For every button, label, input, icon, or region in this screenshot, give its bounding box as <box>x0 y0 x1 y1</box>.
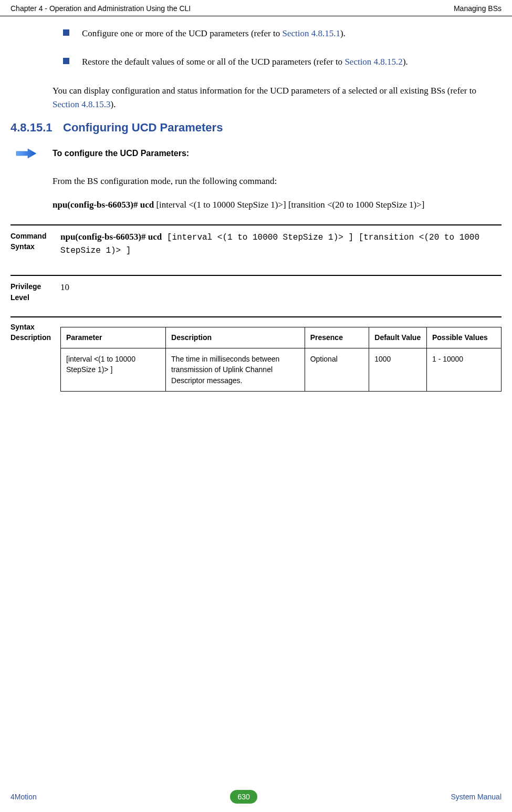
command-syntax-value: npu(config-bs-66053)# ucd [interval <(1 … <box>60 231 501 257</box>
cell-presence: Optional <box>305 348 369 391</box>
section-link[interactable]: Section 4.8.15.2 <box>344 57 403 67</box>
command-line: npu(config-bs-66053)# ucd [interval <(1 … <box>53 198 501 212</box>
bullet-square-icon <box>63 58 69 64</box>
header-left: Chapter 4 - Operation and Administration… <box>11 4 191 13</box>
privilege-block: Privilege Level 10 <box>11 275 501 308</box>
procedure-title: To configure the UCD Parameters: <box>53 149 189 158</box>
table-row: [interval <(1 to 10000 StepSize 1)> ] Th… <box>61 348 501 391</box>
syntax-table-wrapper: Parameter Description Presence Default V… <box>60 322 501 392</box>
footer-right: System Manual <box>451 793 501 801</box>
bullet-item: Restore the default values of some or al… <box>63 55 501 69</box>
command-syntax-label: Command Syntax <box>11 231 60 257</box>
syntax-bold: npu(config-bs-66053)# ucd <box>60 232 162 242</box>
cell-parameter: [interval <(1 to 10000 StepSize 1)> ] <box>61 348 166 391</box>
page-footer: 4Motion 630 System Manual <box>0 790 512 804</box>
privilege-value: 10 <box>60 281 69 303</box>
arrow-right-icon <box>11 148 42 159</box>
cell-possible: 1 - 10000 <box>426 348 501 391</box>
bullet-pre: Restore the default values of some or al… <box>82 57 344 67</box>
bullet-item: Configure one or more of the UCD paramet… <box>63 27 501 40</box>
cell-default: 1000 <box>369 348 427 391</box>
col-possible: Possible Values <box>426 327 501 348</box>
bullet-post: ). <box>403 57 408 67</box>
intro-post: ). <box>111 99 116 109</box>
bullet-text: Restore the default values of some or al… <box>82 55 408 69</box>
syntax-description-block: Syntax Description Parameter Description… <box>11 316 501 392</box>
svg-marker-0 <box>16 149 36 158</box>
section-link[interactable]: Section 4.8.15.3 <box>53 99 111 109</box>
section-number: 4.8.15.1 <box>11 121 63 135</box>
page-number-badge: 630 <box>230 790 257 804</box>
command-syntax-block: Command Syntax npu(config-bs-66053)# ucd… <box>11 224 501 262</box>
footer-left: 4Motion <box>11 793 37 801</box>
command-intro: From the BS configuration mode, run the … <box>53 174 501 188</box>
page-header: Chapter 4 - Operation and Administration… <box>0 0 512 16</box>
section-heading: 4.8.15.1 Configuring UCD Parameters <box>11 121 501 135</box>
col-parameter: Parameter <box>61 327 166 348</box>
bullet-post: ). <box>340 28 346 38</box>
cell-description: The time in milliseconds between transmi… <box>166 348 305 391</box>
intro-paragraph: You can display configuration and status… <box>53 84 501 112</box>
command-bold: npu(config-bs-66053)# ucd <box>53 200 154 210</box>
bullet-pre: Configure one or more of the UCD paramet… <box>82 28 282 38</box>
header-right: Managing BSs <box>454 4 501 13</box>
intro-pre: You can display configuration and status… <box>53 86 476 96</box>
parameters-table: Parameter Description Presence Default V… <box>60 327 501 392</box>
procedure-heading: To configure the UCD Parameters: <box>11 148 501 159</box>
bullet-square-icon <box>63 29 69 36</box>
privilege-label: Privilege Level <box>11 281 60 303</box>
syntax-description-label: Syntax Description <box>11 322 60 392</box>
bullet-text: Configure one or more of the UCD paramet… <box>82 27 346 40</box>
page-content: Configure one or more of the UCD paramet… <box>0 16 512 392</box>
col-presence: Presence <box>305 327 369 348</box>
col-default: Default Value <box>369 327 427 348</box>
section-title: Configuring UCD Parameters <box>63 121 223 135</box>
section-link[interactable]: Section 4.8.15.1 <box>282 28 340 38</box>
command-args: [interval <(1 to 10000 StepSize 1)>] [tr… <box>154 200 424 210</box>
col-description: Description <box>166 327 305 348</box>
table-header-row: Parameter Description Presence Default V… <box>61 327 501 348</box>
